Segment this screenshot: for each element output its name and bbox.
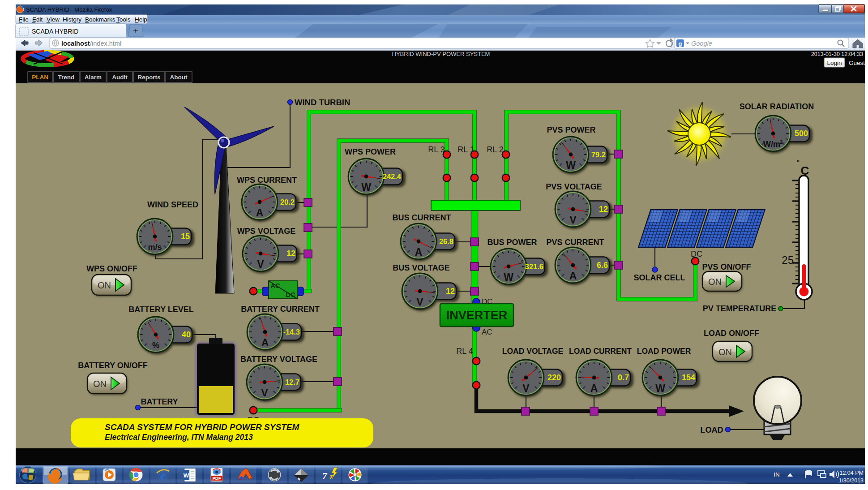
svg-text:LOAD VOLTAGE: LOAD VOLTAGE	[502, 347, 563, 356]
svg-text:IN: IN	[774, 471, 780, 478]
svg-text:V: V	[261, 387, 268, 399]
svg-text:W/m: W/m	[763, 140, 780, 149]
svg-text:BUS POWER: BUS POWER	[487, 238, 537, 247]
svg-text:PDF: PDF	[213, 476, 221, 481]
svg-text:INVERTER: INVERTER	[446, 309, 508, 322]
svg-text:°: °	[797, 159, 800, 167]
svg-text:LOAD CURRENT: LOAD CURRENT	[569, 347, 632, 356]
svg-text:Google: Google	[691, 40, 712, 47]
svg-text:RL 4: RL 4	[456, 347, 473, 356]
svg-text:BUS VOLTAGE: BUS VOLTAGE	[393, 263, 449, 272]
svg-text:BATTERY VOLTAGE: BATTERY VOLTAGE	[240, 355, 317, 364]
svg-text:-14.3: -14.3	[283, 328, 300, 336]
svg-text:A: A	[590, 383, 598, 394]
svg-text:History: History	[63, 16, 81, 23]
svg-text:PVS CURRENT: PVS CURRENT	[546, 238, 604, 247]
svg-text:DC: DC	[691, 249, 702, 258]
svg-text:z: z	[329, 472, 333, 481]
svg-text:%: %	[152, 341, 159, 350]
svg-text:V: V	[569, 214, 577, 226]
svg-text:A: A	[256, 207, 264, 219]
svg-text:2013-01-30 12:04:33: 2013-01-30 12:04:33	[811, 51, 863, 57]
svg-text:SCADA SYSTEM FOR HYBRID POWER: SCADA SYSTEM FOR HYBRID POWER SYSTEM	[105, 422, 299, 432]
svg-text:ON: ON	[718, 347, 732, 357]
svg-text:AC: AC	[482, 328, 492, 336]
svg-text:C: C	[801, 164, 809, 177]
svg-text:154: 154	[682, 373, 695, 382]
svg-text:12.7: 12.7	[285, 378, 299, 386]
svg-text:BATTERY ON/OFF: BATTERY ON/OFF	[78, 361, 148, 370]
svg-text:WPS ON/OFF: WPS ON/OFF	[86, 264, 137, 273]
svg-text:RL 3: RL 3	[428, 145, 445, 154]
svg-text:12: 12	[286, 249, 295, 258]
svg-text:Login: Login	[827, 60, 842, 66]
svg-text:W: W	[566, 159, 576, 171]
svg-text:DC: DC	[482, 297, 493, 306]
svg-text:SCADA HYBRID - Mozilla Firefox: SCADA HYBRID - Mozilla Firefox	[26, 6, 112, 13]
svg-text:AC: AC	[270, 282, 280, 289]
svg-text:242.4: 242.4	[383, 172, 402, 181]
svg-text:79.2: 79.2	[591, 150, 606, 159]
svg-text:PLAN: PLAN	[32, 74, 48, 81]
svg-text:0.7: 0.7	[618, 373, 629, 382]
svg-text:ON: ON	[98, 280, 111, 290]
svg-text:6.6: 6.6	[597, 261, 608, 270]
svg-text:SOLAR RADIATION: SOLAR RADIATION	[740, 102, 814, 111]
svg-text:W: W	[504, 271, 513, 283]
svg-text:WIND TURBIN: WIND TURBIN	[295, 98, 350, 107]
svg-text:V: V	[522, 383, 530, 394]
svg-text:DC: DC	[286, 291, 295, 298]
svg-text:1/30/2013: 1/30/2013	[838, 477, 864, 484]
svg-text:12: 12	[446, 287, 455, 296]
svg-text:321.6: 321.6	[525, 262, 543, 271]
svg-text:HYBRID WIND-PV POWER SYSTEM: HYBRID WIND-PV POWER SYSTEM	[392, 51, 490, 57]
svg-text:A: A	[569, 270, 577, 282]
svg-text:LOAD POWER: LOAD POWER	[637, 347, 691, 356]
svg-text:SOLAR CELL: SOLAR CELL	[634, 273, 685, 282]
svg-text:20.2: 20.2	[280, 198, 295, 206]
svg-text:View: View	[47, 16, 60, 23]
svg-text:A: A	[415, 246, 423, 258]
svg-text:LOAD ON/OFF: LOAD ON/OFF	[704, 329, 759, 338]
svg-text:PVS POWER: PVS POWER	[547, 125, 595, 134]
svg-text:Electrical Engineering, ITN Ma: Electrical Engineering, ITN Malang 2013	[105, 433, 253, 442]
svg-text:RL 2: RL 2	[487, 145, 503, 154]
svg-text:W: W	[655, 383, 665, 394]
svg-text:File: File	[19, 16, 29, 23]
svg-text:BATTERY LEVEL: BATTERY LEVEL	[128, 305, 194, 314]
svg-text:25: 25	[782, 254, 794, 266]
svg-text:Reports: Reports	[137, 74, 160, 81]
svg-text:/index.html: /index.html	[90, 40, 121, 47]
svg-text:WPS CURRENT: WPS CURRENT	[237, 176, 297, 185]
svg-text:BUS CURRENT: BUS CURRENT	[392, 213, 451, 222]
svg-text:Alarm: Alarm	[85, 74, 102, 81]
svg-text:ON: ON	[93, 379, 107, 389]
svg-text:Help: Help	[135, 16, 147, 23]
svg-text:LOAD: LOAD	[701, 426, 723, 434]
svg-text:PVS VOLTAGE: PVS VOLTAGE	[546, 182, 602, 191]
svg-text:7: 7	[322, 470, 328, 481]
svg-text:220: 220	[547, 373, 561, 382]
svg-text:12:04 PM: 12:04 PM	[839, 470, 864, 476]
svg-text:2: 2	[780, 139, 782, 145]
svg-text:WIND SPEED: WIND SPEED	[147, 200, 198, 209]
svg-text:About: About	[170, 74, 188, 81]
svg-text:40: 40	[182, 330, 191, 339]
svg-text:Trend: Trend	[58, 74, 75, 81]
svg-text:Tools: Tools	[116, 16, 131, 23]
svg-text:PVS ON/OFF: PVS ON/OFF	[702, 262, 751, 271]
svg-text:BATTERY: BATTERY	[141, 397, 178, 406]
svg-text:+: +	[133, 26, 138, 35]
svg-text:W: W	[184, 472, 189, 479]
svg-text:ON: ON	[708, 277, 722, 287]
svg-text:Edit: Edit	[32, 16, 43, 23]
svg-text:12: 12	[599, 205, 608, 214]
svg-text:RL 1: RL 1	[458, 145, 474, 154]
svg-text:500: 500	[795, 129, 808, 138]
svg-text:g: g	[679, 40, 682, 47]
svg-text:Audit: Audit	[112, 74, 128, 81]
svg-text:V: V	[416, 296, 423, 308]
svg-text:WPS POWER: WPS POWER	[345, 147, 396, 156]
svg-text:A: A	[261, 337, 269, 348]
svg-text:PV TEMPERATURE: PV TEMPERATURE	[703, 304, 777, 313]
